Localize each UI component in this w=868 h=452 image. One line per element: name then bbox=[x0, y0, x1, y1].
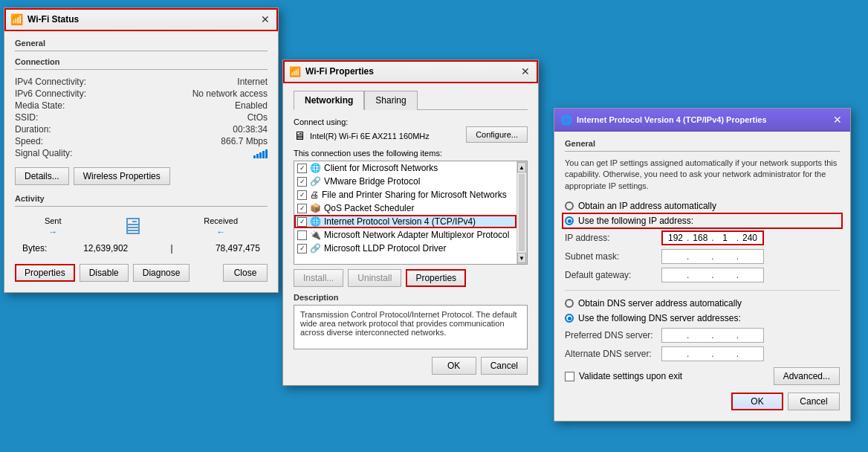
item-checkbox[interactable] bbox=[297, 177, 307, 187]
advanced-button[interactable]: Advanced... bbox=[774, 367, 840, 385]
list-item-selected[interactable]: 🌐 Internet Protocol Version 4 (TCP/IPv4) bbox=[294, 215, 516, 228]
activity-divider bbox=[15, 206, 268, 207]
wifi-properties-ok-button[interactable]: OK bbox=[432, 357, 476, 375]
subnet-octet-1[interactable] bbox=[665, 251, 686, 262]
wifi-status-titlebar: 📶 Wi-Fi Status ✕ bbox=[4, 8, 278, 31]
alternate-dns-row: Alternate DNS server: . . . bbox=[565, 346, 840, 361]
signal-label: Signal Quality: bbox=[15, 148, 72, 161]
gateway-octet-3[interactable] bbox=[715, 270, 736, 280]
disable-button[interactable]: Disable bbox=[80, 264, 129, 282]
wifi-properties-close-icon[interactable]: ✕ bbox=[519, 65, 532, 78]
item-label: VMware Bridge Protocol bbox=[324, 176, 420, 187]
list-item[interactable]: 🔗 VMware Bridge Protocol bbox=[294, 175, 516, 188]
scroll-thumb[interactable] bbox=[519, 174, 525, 251]
adns-octet-4[interactable] bbox=[739, 349, 760, 359]
install-button[interactable]: Install... bbox=[294, 269, 343, 287]
wifi-props-properties-button[interactable]: Properties bbox=[406, 269, 466, 287]
item-checkbox[interactable] bbox=[297, 230, 307, 240]
pdns-octet-2[interactable] bbox=[690, 330, 710, 340]
manual-dns-radio-row: Use the following DNS server addresses: bbox=[565, 313, 840, 323]
ipv6-row: IPv6 Connectivity: No network access bbox=[15, 88, 268, 100]
auto-dns-label: Obtain DNS server address automatically bbox=[578, 298, 742, 309]
items-list[interactable]: 🌐 Client for Microsoft Networks 🔗 VMware… bbox=[294, 161, 516, 264]
auto-dns-radio-row: Obtain DNS server address automatically bbox=[565, 298, 840, 309]
ipv4-ok-button[interactable]: OK bbox=[731, 393, 783, 410]
list-item[interactable]: 🌐 Client for Microsoft Networks bbox=[294, 161, 516, 175]
subnet-octet-3[interactable] bbox=[715, 251, 736, 262]
preferred-dns-input[interactable]: . . . bbox=[661, 328, 764, 343]
list-item[interactable]: 🔗 Microsoft LLDP Protocol Driver bbox=[294, 242, 516, 255]
manual-dns-radio[interactable] bbox=[565, 314, 574, 323]
subnet-octet-4[interactable] bbox=[739, 251, 760, 262]
gateway-octet-1[interactable] bbox=[665, 270, 686, 280]
ipv4-close-icon[interactable]: ✕ bbox=[831, 113, 844, 126]
details-button[interactable]: Details... bbox=[15, 167, 69, 185]
alternate-dns-input[interactable]: . . . bbox=[661, 346, 764, 361]
close-button[interactable]: Close bbox=[223, 264, 268, 282]
wifi-properties-cancel-button[interactable]: Cancel bbox=[481, 357, 528, 375]
list-item[interactable]: 🔌 Microsoft Network Adapter Multiplexor … bbox=[294, 228, 516, 242]
auto-ip-label: Obtain an IP address automatically bbox=[578, 201, 716, 211]
tab-networking[interactable]: Networking bbox=[294, 91, 364, 110]
scroll-up-button[interactable]: ▲ bbox=[517, 162, 526, 172]
pdns-octet-3[interactable] bbox=[715, 330, 736, 340]
manual-ip-radio[interactable] bbox=[565, 216, 574, 225]
ipv4-cancel-button[interactable]: Cancel bbox=[788, 393, 840, 410]
pdns-octet-4[interactable] bbox=[739, 330, 760, 340]
item-label: Client for Microsoft Networks bbox=[324, 163, 438, 173]
pdns-octet-1[interactable] bbox=[665, 330, 686, 340]
activity-sent-group: Sent → bbox=[45, 216, 62, 237]
items-scrollbar[interactable]: ▲ ▼ bbox=[516, 161, 527, 264]
auto-dns-radio[interactable] bbox=[565, 299, 574, 308]
configure-button[interactable]: Configure... bbox=[466, 126, 528, 143]
ssid-label: SSID: bbox=[15, 112, 38, 123]
wifi-status-dialog: 📶 Wi-Fi Status ✕ General Connection IPv4… bbox=[4, 7, 279, 293]
item-checkbox[interactable] bbox=[297, 204, 307, 213]
validate-row: Validate settings upon exit Advanced... bbox=[565, 367, 840, 385]
uninstall-button[interactable]: Uninstall bbox=[348, 269, 401, 287]
ip-address-input[interactable]: . . . bbox=[661, 230, 764, 245]
list-item[interactable]: 🖨 File and Printer Sharing for Microsoft… bbox=[294, 188, 516, 201]
gateway-octet-4[interactable] bbox=[739, 270, 760, 280]
item-checkbox[interactable] bbox=[297, 244, 307, 254]
subnet-octet-2[interactable] bbox=[690, 251, 710, 262]
sent-arrow: → bbox=[48, 227, 57, 237]
gateway-row: Default gateway: . . . bbox=[565, 268, 840, 282]
gateway-label: Default gateway: bbox=[565, 270, 661, 280]
ipv4-properties-titlebar: 🌐 Internet Protocol Version 4 (TCP/IPv4)… bbox=[554, 109, 850, 132]
auto-ip-radio[interactable] bbox=[565, 201, 574, 210]
duration-value: 00:38:34 bbox=[233, 124, 268, 135]
wireless-properties-button[interactable]: Wireless Properties bbox=[74, 167, 170, 185]
adns-octet-1[interactable] bbox=[665, 349, 686, 359]
ip-address-label: IP address: bbox=[565, 233, 661, 243]
diagnose-button[interactable]: Diagnose bbox=[133, 264, 190, 282]
ip-octet-3[interactable] bbox=[715, 233, 736, 243]
activity-section: Activity Sent → 🖥 Received ← Bytes: 12,6… bbox=[15, 194, 268, 254]
item-checkbox[interactable] bbox=[297, 217, 307, 227]
gateway-input[interactable]: . . . bbox=[661, 268, 764, 282]
item-icon: 🌐 bbox=[310, 163, 321, 173]
bytes-sent-value: 12,639,902 bbox=[83, 243, 128, 254]
properties-button[interactable]: Properties bbox=[15, 264, 75, 282]
wifi-status-close-icon[interactable]: ✕ bbox=[259, 13, 272, 26]
ipv6-value: No network access bbox=[192, 88, 268, 99]
item-label: QoS Packet Scheduler bbox=[324, 203, 414, 213]
scroll-down-button[interactable]: ▼ bbox=[517, 253, 526, 263]
item-checkbox[interactable] bbox=[297, 164, 307, 173]
items-list-container: 🌐 Client for Microsoft Networks 🔗 VMware… bbox=[294, 161, 528, 265]
validate-checkbox[interactable] bbox=[565, 372, 574, 381]
list-item[interactable]: 📦 QoS Packet Scheduler bbox=[294, 201, 516, 215]
adapter-name: Intel(R) Wi-Fi 6E AX211 160MHz bbox=[310, 132, 430, 141]
ip-octet-2[interactable] bbox=[690, 233, 710, 243]
tab-sharing[interactable]: Sharing bbox=[364, 91, 417, 110]
adns-octet-3[interactable] bbox=[715, 349, 736, 359]
ip-octet-1[interactable] bbox=[665, 233, 686, 243]
ip-octet-4[interactable] bbox=[739, 233, 760, 243]
adns-octet-2[interactable] bbox=[690, 349, 710, 359]
wifi-properties-footer: OK Cancel bbox=[294, 357, 528, 375]
item-checkbox[interactable] bbox=[297, 190, 307, 200]
ipv6-label: IPv6 Connectivity: bbox=[15, 88, 86, 99]
subnet-input[interactable]: . . . bbox=[661, 249, 764, 264]
gateway-octet-2[interactable] bbox=[690, 270, 710, 280]
description-text: Transmission Control Protocol/Internet P… bbox=[294, 305, 528, 349]
